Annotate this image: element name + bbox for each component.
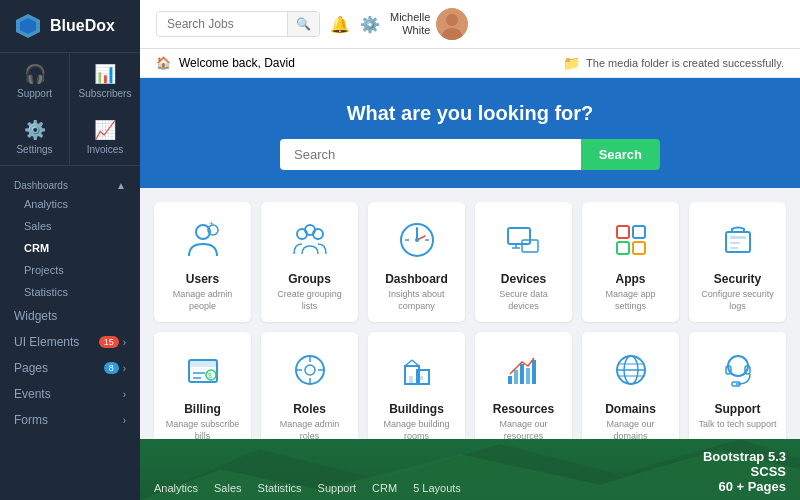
bootstrap-version: Bootstrap 5.3 xyxy=(703,449,786,464)
roles-icon-wrap xyxy=(286,346,334,394)
events-chevron: › xyxy=(123,389,126,400)
wave-label-support[interactable]: Support xyxy=(318,482,357,494)
sidebar-item-invoices-icon[interactable]: 📈 Invoices xyxy=(70,109,140,165)
card-buildings[interactable]: Buildings Manage building rooms xyxy=(368,332,465,439)
sidebar-top-icons: 🎧 Support 📊 Subscribers ⚙️ Settings 📈 In… xyxy=(0,53,140,166)
sidebar-item-support-icon[interactable]: 🎧 Support xyxy=(0,53,70,109)
sidebar-item-subscribers-icon[interactable]: 📊 Subscribers xyxy=(70,53,140,109)
support-desc: Talk to tech support xyxy=(698,419,776,431)
card-dashboard[interactable]: Dashboard Insights about company xyxy=(368,202,465,322)
sidebar-item-pages[interactable]: Pages 8 › xyxy=(0,355,140,381)
security-title: Security xyxy=(714,272,761,286)
sidebar-item-projects[interactable]: Projects xyxy=(0,259,140,281)
card-billing[interactable]: $ Billing Manage subscribe bills xyxy=(154,332,251,439)
card-roles[interactable]: Roles Manage admin roles xyxy=(261,332,358,439)
sidebar-item-ui-elements[interactable]: UI Elements 15 › xyxy=(0,329,140,355)
resources-icon xyxy=(504,350,544,390)
wave-label-statistics[interactable]: Statistics xyxy=(258,482,302,494)
gear-icon[interactable]: ⚙️ xyxy=(360,15,380,34)
card-apps[interactable]: Apps Manage app settings xyxy=(582,202,679,322)
pages-count: 60 + Pages xyxy=(703,479,786,494)
roles-desc: Manage admin roles xyxy=(269,419,350,439)
sidebar-nav: Dashboards ▲ Analytics Sales CRM Project… xyxy=(0,166,140,500)
security-icon xyxy=(718,220,758,260)
search-jobs-wrapper: 🔍 xyxy=(156,11,320,37)
dashboards-chevron: ▲ xyxy=(116,180,126,191)
card-support[interactable]: Support Talk to tech support xyxy=(689,332,786,439)
dashboard-icon-wrap xyxy=(393,216,441,264)
svg-rect-46 xyxy=(409,376,413,384)
sidebar-item-analytics[interactable]: Analytics xyxy=(0,193,140,215)
success-message: 📁 The media folder is created successful… xyxy=(563,55,784,71)
users-icon: + xyxy=(183,220,223,260)
support-headset-icon xyxy=(718,350,758,390)
search-jobs-input[interactable] xyxy=(157,12,287,36)
billing-desc: Manage subscribe bills xyxy=(162,419,243,439)
user-profile[interactable]: Michelle White xyxy=(390,8,468,40)
resources-desc: Manage our resources xyxy=(483,419,564,439)
dashboard-title: Dashboard xyxy=(385,272,448,286)
svg-rect-25 xyxy=(633,242,645,254)
headset-icon: 🎧 xyxy=(24,63,46,85)
billing-icon-wrap: $ xyxy=(179,346,227,394)
subscribers-icon: 📊 xyxy=(94,63,116,85)
folder-icon: 📁 xyxy=(563,55,580,71)
svg-rect-52 xyxy=(532,360,536,384)
users-desc: Manage admin people xyxy=(162,289,243,312)
sidebar-settings-label: Settings xyxy=(16,144,52,155)
roles-icon xyxy=(290,350,330,390)
users-title: Users xyxy=(186,272,219,286)
bell-icon[interactable]: 🔔 xyxy=(330,15,350,34)
logo-icon xyxy=(14,12,42,40)
apps-icon-wrap xyxy=(607,216,655,264)
svg-rect-48 xyxy=(508,376,512,384)
card-users[interactable]: + Users Manage admin people xyxy=(154,202,251,322)
sidebar-item-events[interactable]: Events › xyxy=(0,381,140,407)
billing-title: Billing xyxy=(184,402,221,416)
search-bar-button[interactable]: Search xyxy=(581,139,660,170)
security-icon-wrap xyxy=(714,216,762,264)
wave-label-analytics[interactable]: Analytics xyxy=(154,482,198,494)
wave-label-crm[interactable]: CRM xyxy=(372,482,397,494)
bottom-wave: Analytics Sales Statistics Support CRM 5… xyxy=(140,439,800,500)
apps-title: Apps xyxy=(616,272,646,286)
card-security[interactable]: Security Configure security logs xyxy=(689,202,786,322)
sidebar-invoices-label: Invoices xyxy=(87,144,124,155)
invoices-icon: 📈 xyxy=(94,119,116,141)
sidebar-item-widgets[interactable]: Widgets xyxy=(0,303,140,329)
buildings-desc: Manage building rooms xyxy=(376,419,457,439)
search-jobs-button[interactable]: 🔍 xyxy=(287,12,319,36)
resources-icon-wrap xyxy=(500,346,548,394)
wave-label-layouts[interactable]: 5 Layouts xyxy=(413,482,461,494)
card-groups[interactable]: Groups Create grouping lists xyxy=(261,202,358,322)
svg-rect-28 xyxy=(730,242,740,244)
wave-label-sales[interactable]: Sales xyxy=(214,482,242,494)
buildings-title: Buildings xyxy=(389,402,444,416)
devices-icon xyxy=(504,220,544,260)
bottom-right-info: Bootstrap 5.3 SCSS 60 + Pages xyxy=(703,449,786,494)
svg-rect-23 xyxy=(633,226,645,238)
card-resources[interactable]: Resources Manage our resources xyxy=(475,332,572,439)
domains-icon xyxy=(611,350,651,390)
card-domains[interactable]: Domains Manage our domains xyxy=(582,332,679,439)
devices-title: Devices xyxy=(501,272,546,286)
devices-icon-wrap xyxy=(500,216,548,264)
card-devices[interactable]: Devices Secure data devices xyxy=(475,202,572,322)
home-icon[interactable]: 🏠 xyxy=(156,56,171,70)
dashboard-desc: Insights about company xyxy=(376,289,457,312)
user-avatar xyxy=(436,8,468,40)
svg-rect-31 xyxy=(189,360,217,367)
users-icon-wrap: + xyxy=(179,216,227,264)
ui-elements-chevron: › xyxy=(123,337,126,348)
search-bar-input[interactable] xyxy=(280,139,581,170)
logo-text: BlueDox xyxy=(50,17,115,35)
welcome-text: Welcome back, David xyxy=(179,56,295,70)
pages-chevron: › xyxy=(123,363,126,374)
sidebar-item-crm[interactable]: CRM xyxy=(0,237,140,259)
svg-point-37 xyxy=(305,365,315,375)
devices-desc: Secure data devices xyxy=(483,289,564,312)
sidebar-item-settings-icon[interactable]: ⚙️ Settings xyxy=(0,109,70,165)
sidebar-item-forms[interactable]: Forms › xyxy=(0,407,140,433)
sidebar-item-statistics[interactable]: Statistics xyxy=(0,281,140,303)
sidebar-item-sales[interactable]: Sales xyxy=(0,215,140,237)
